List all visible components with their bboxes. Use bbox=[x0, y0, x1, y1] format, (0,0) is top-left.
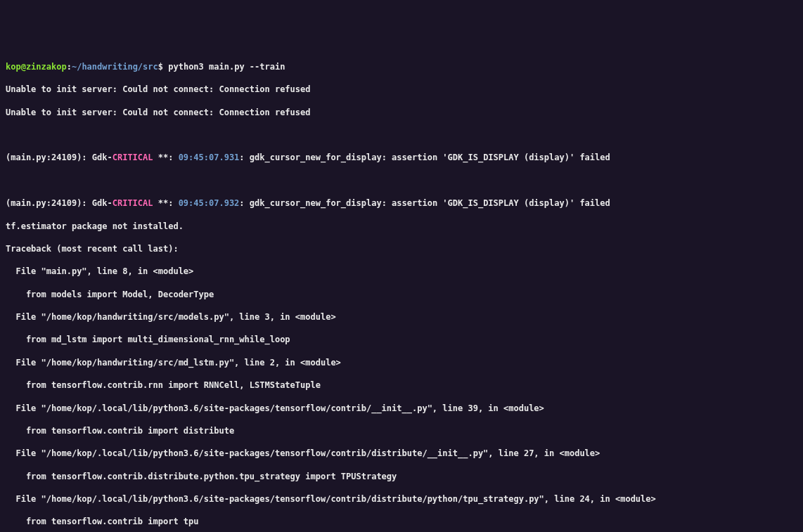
blank-line bbox=[6, 175, 797, 186]
traceback-line: from tensorflow.contrib import tpu bbox=[6, 516, 797, 527]
timestamp: 09:45:07.931 bbox=[179, 153, 240, 162]
traceback-line: File "main.py", line 8, in <module> bbox=[6, 266, 797, 277]
traceback-line: from tensorflow.contrib import distribut… bbox=[6, 425, 797, 436]
terminal-output[interactable]: kop@zinzakop:~/handwriting/src$ python3 … bbox=[6, 50, 797, 532]
gdk-rest: : gdk_cursor_new_for_display: assertion … bbox=[239, 198, 610, 208]
sep: : bbox=[67, 62, 72, 72]
output-line: tf.estimator package not installed. bbox=[6, 221, 797, 232]
gdk-rest: : gdk_cursor_new_for_display: assertion … bbox=[239, 153, 610, 162]
timestamp: 09:45:07.932 bbox=[179, 198, 240, 208]
output-line: Unable to init server: Could not connect… bbox=[6, 107, 797, 118]
traceback-line: File "/home/kop/.local/lib/python3.6/sit… bbox=[6, 448, 797, 459]
traceback-line: from tensorflow.contrib.distribute.pytho… bbox=[6, 471, 797, 482]
output-line: Unable to init server: Could not connect… bbox=[6, 84, 797, 95]
traceback-line: from models import Model, DecoderType bbox=[6, 289, 797, 300]
gdk-mid: **: bbox=[153, 198, 179, 208]
gdk-warning: (main.py:24109): Gdk-CRITICAL **: 09:45:… bbox=[6, 197, 797, 209]
traceback-line: File "/home/kop/.local/lib/python3.6/sit… bbox=[6, 403, 797, 414]
traceback-header: Traceback (most recent call last): bbox=[6, 243, 797, 254]
gdk-prefix: (main.py:24109): Gdk- bbox=[6, 153, 113, 162]
prompt-dollar: $ bbox=[158, 62, 163, 72]
traceback-line: from md_lstm import multi_dimensional_rn… bbox=[6, 334, 797, 345]
traceback-line: File "/home/kop/handwriting/src/md_lstm.… bbox=[6, 357, 797, 368]
prompt-line-1: kop@zinzakop:~/handwriting/src$ python3 … bbox=[6, 61, 797, 72]
traceback-line: File "/home/kop/.local/lib/python3.6/sit… bbox=[6, 493, 797, 505]
cwd-path: ~/handwriting/src bbox=[72, 62, 158, 72]
command-text: python3 main.py --train bbox=[168, 62, 285, 72]
blank-line bbox=[6, 129, 797, 141]
traceback-line: File "/home/kop/handwriting/src/models.p… bbox=[6, 311, 797, 323]
user-host: kop@zinzakop bbox=[6, 62, 67, 72]
traceback-line: from tensorflow.contrib.rnn import RNNCe… bbox=[6, 379, 797, 391]
critical-tag: CRITICAL bbox=[113, 153, 153, 162]
gdk-warning: (main.py:24109): Gdk-CRITICAL **: 09:45:… bbox=[6, 152, 797, 163]
gdk-prefix: (main.py:24109): Gdk- bbox=[6, 198, 113, 208]
critical-tag: CRITICAL bbox=[113, 198, 153, 208]
gdk-mid: **: bbox=[153, 153, 179, 162]
